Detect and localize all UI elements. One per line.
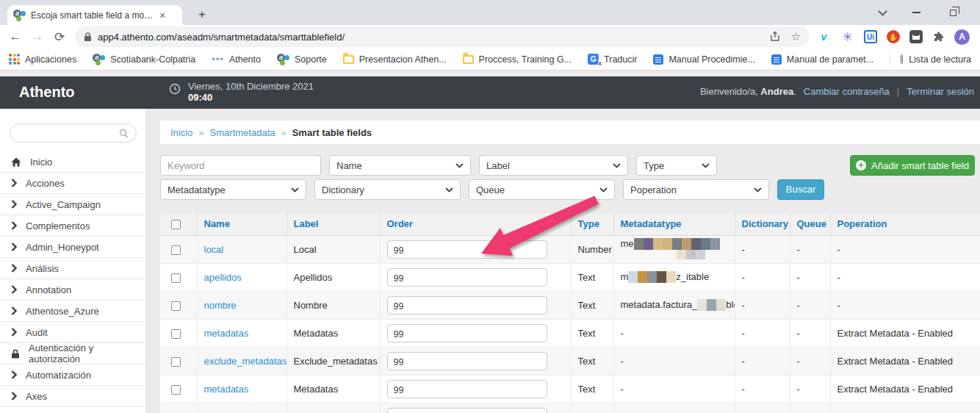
poperation-select[interactable]: Poperation — [623, 179, 769, 200]
forward-button[interactable]: → — [26, 29, 48, 44]
row-name-link[interactable]: metadatas — [204, 384, 249, 395]
bookmark-traducir[interactable]: G Traducir — [588, 54, 637, 65]
add-smart-table-field-button[interactable]: + Añadir smart table field — [850, 155, 975, 176]
reload-button[interactable]: ⟳ — [48, 29, 71, 45]
column-header-metadatatype[interactable]: Metadatatype — [613, 213, 735, 235]
metadatatype-select[interactable]: Metadatatype — [160, 179, 306, 200]
chevron-down-icon — [613, 163, 621, 168]
sidebar-search-input[interactable] — [18, 128, 119, 138]
breadcrumb-smartmetadata[interactable]: Smartmetadata — [210, 127, 275, 138]
bookmark-star-icon[interactable]: ☆ — [791, 30, 801, 43]
sidebar-item-axes[interactable]: Axes — [0, 386, 146, 407]
browser-tab[interactable]: a Escoja smart table field a modific × — [7, 5, 182, 25]
filter-bar: Name Label Type Metadatatype Dictionary — [160, 155, 980, 201]
breadcrumb-inicio[interactable]: Inicio — [170, 127, 192, 138]
table-row: metadatas Metadatas Text - - - Extract M… — [160, 319, 980, 347]
date-text: Viernes, 10th Diciembre 2021 — [188, 81, 314, 92]
chevron-down-icon — [702, 163, 710, 168]
new-tab-button[interactable]: + — [192, 6, 212, 25]
sidebar-item-annotation[interactable]: Annotation — [0, 279, 146, 301]
bookmark-manual-procedimientos[interactable]: Manual Procedimie... — [653, 54, 754, 65]
share-icon[interactable] — [769, 31, 781, 43]
keyword-input[interactable] — [160, 155, 321, 176]
change-password-link[interactable]: Cambiar contraseña — [804, 86, 890, 97]
sidebar-item-admin-honeypot[interactable]: Admin_Honeypot — [0, 237, 146, 258]
bookmark-manual-parametros[interactable]: Manual de paramet... — [771, 54, 873, 65]
sidebar-item-active-campaign[interactable]: Active_Campaign — [0, 194, 146, 215]
label-select[interactable]: Label — [479, 155, 628, 176]
bookmark-soporte[interactable]: a Soporte — [277, 53, 327, 65]
tab-close-icon[interactable]: × — [159, 10, 165, 21]
buscar-button[interactable]: Buscar — [777, 179, 824, 200]
row-name-link[interactable]: local — [204, 244, 224, 255]
chevron-down-icon — [291, 187, 299, 193]
profile-avatar[interactable]: A — [954, 29, 970, 45]
bookmark-aplicaciones[interactable]: Aplicaciones — [9, 54, 76, 65]
row-name-link[interactable]: metadatas — [204, 328, 249, 339]
reading-list-button[interactable]: Lista de lectura — [890, 54, 971, 65]
browser-tab-strip: a Escoja smart table field a modific × + — [0, 0, 980, 25]
column-header-order[interactable]: Order — [380, 213, 571, 235]
logout-link[interactable]: Terminar sesión — [907, 86, 974, 97]
order-input[interactable] — [387, 352, 547, 370]
column-header-type[interactable]: Type — [571, 213, 613, 235]
order-input[interactable] — [387, 408, 547, 413]
column-header-queue[interactable]: Queue — [790, 213, 830, 235]
chevron-right-icon — [11, 285, 17, 294]
sidebar-item-complementos[interactable]: Complementos — [0, 215, 146, 237]
sidebar-item-automatizacion[interactable]: Automatización — [0, 364, 146, 386]
smart-table-fields-table: Name Label Order Type Metadatatype Dicti… — [160, 213, 980, 413]
row-name-link[interactable]: nombre — [204, 300, 237, 311]
row-checkbox[interactable] — [171, 329, 181, 339]
minimize-button[interactable] — [899, 0, 933, 25]
cat-extension-icon[interactable] — [909, 30, 923, 43]
select-all-checkbox[interactable] — [171, 220, 181, 229]
sidebar-search[interactable] — [10, 123, 137, 143]
queue-select[interactable]: Queue — [469, 179, 615, 200]
order-input[interactable] — [387, 296, 547, 315]
order-input[interactable] — [387, 268, 547, 287]
sidebar-item-analisis[interactable]: Análisis — [0, 258, 146, 279]
row-name-link[interactable]: apellidos — [204, 272, 242, 283]
row-checkbox[interactable] — [171, 273, 181, 283]
name-select[interactable]: Name — [329, 155, 471, 176]
order-input[interactable] — [387, 380, 547, 398]
restore-button[interactable] — [936, 0, 970, 25]
sidebar-item-athentose-azure[interactable]: Athentose_Azure — [0, 301, 146, 322]
order-input[interactable] — [387, 324, 547, 342]
column-header-poperation[interactable]: Poperation — [830, 213, 980, 235]
athento-favicon-icon: a — [277, 53, 289, 65]
column-header-name[interactable]: Name — [197, 213, 287, 235]
back-button[interactable]: ← — [4, 29, 26, 44]
document-icon — [653, 54, 663, 65]
vimeo-extension-icon[interactable]: v — [817, 30, 831, 44]
bookmark-athento[interactable]: ••• Athento — [212, 54, 261, 65]
sidebar-item-audit[interactable]: Audit — [0, 322, 146, 343]
row-checkbox[interactable] — [171, 245, 181, 255]
sidebar-item-acciones[interactable]: Acciones — [0, 173, 146, 194]
dictionary-select[interactable]: Dictionary — [314, 179, 461, 200]
extensions-puzzle-icon[interactable] — [932, 31, 945, 43]
column-header-label[interactable]: Label — [287, 213, 380, 235]
row-checkbox[interactable] — [171, 385, 181, 395]
sidebar-item-autenticacion[interactable]: Autenticación y autorización — [0, 343, 146, 364]
bookmark-proccess-training[interactable]: Proccess, Training G... — [463, 54, 572, 65]
sidebar-item-inicio[interactable]: Inicio — [0, 151, 146, 173]
row-checkbox[interactable] — [171, 301, 181, 311]
snowflake-extension-icon[interactable]: ✳ — [840, 30, 854, 44]
bookmark-presentacion[interactable]: Presentacion Athen... — [343, 54, 447, 65]
app-logo[interactable]: Athento — [19, 84, 75, 101]
row-checkbox[interactable] — [171, 357, 181, 367]
row-name-link[interactable]: exclude_metadatas — [204, 356, 287, 367]
chevron-down-icon — [455, 163, 464, 168]
address-bar[interactable]: app4.athento.com/aseadm/smartmetadata/sm… — [75, 26, 810, 47]
order-input[interactable] — [387, 240, 547, 259]
apps-grid-icon — [9, 54, 20, 65]
hand-blocker-extension-icon[interactable]: ✋ — [887, 30, 900, 43]
tab-search-button[interactable] — [865, 0, 899, 25]
breadcrumb-separator: » — [281, 127, 286, 138]
type-select[interactable]: Type — [636, 155, 717, 176]
uipath-extension-icon[interactable]: Ui — [864, 30, 877, 43]
column-header-dictionary[interactable]: Dictionary — [735, 213, 790, 235]
bookmark-scotiabank[interactable]: a Scotiabank-Colpatria — [93, 53, 195, 65]
